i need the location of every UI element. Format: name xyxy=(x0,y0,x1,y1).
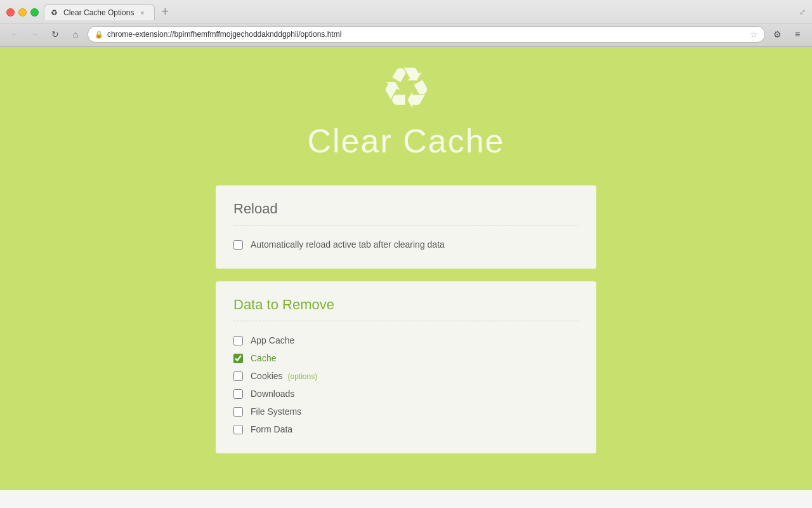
app-cache-checkbox[interactable] xyxy=(233,336,243,345)
reload-checkbox-row: Automatically reload active tab after cl… xyxy=(233,236,579,253)
extensions-button[interactable]: ⚙ xyxy=(769,26,785,43)
reload-checkbox[interactable] xyxy=(233,240,243,250)
browser-chrome: ♻ Clear Cache Options × + ⤢ ← → ↻ ⌂ 🔒 ☆ xyxy=(0,0,812,47)
home-icon: ⌂ xyxy=(73,29,78,39)
close-button[interactable] xyxy=(6,8,15,17)
list-item: App Cache xyxy=(233,331,579,349)
form-data-checkbox[interactable] xyxy=(233,425,243,434)
app-header: ♻ Clear Cache xyxy=(307,72,504,160)
reload-button[interactable]: ↻ xyxy=(47,26,63,43)
page-content: ♻ Clear Cache Reload Automatically reloa… xyxy=(0,47,812,490)
tab-favicon-icon: ♻ xyxy=(51,8,60,17)
cookies-options-link[interactable]: (options) xyxy=(287,372,317,381)
bookmark-star-icon[interactable]: ☆ xyxy=(750,29,758,39)
downloads-checkbox[interactable] xyxy=(233,389,243,399)
list-item: Downloads xyxy=(233,385,579,403)
url-input[interactable] xyxy=(107,30,746,39)
active-tab[interactable]: ♻ Clear Cache Options × xyxy=(44,4,155,20)
back-button[interactable]: ← xyxy=(6,26,23,43)
reload-card: Reload Automatically reload active tab a… xyxy=(216,185,596,269)
cache-checkbox[interactable] xyxy=(233,354,243,363)
back-icon: ← xyxy=(10,29,19,39)
new-tab-button[interactable]: + xyxy=(157,4,173,19)
cookies-checkbox[interactable] xyxy=(233,371,243,381)
reload-checkbox-label[interactable]: Automatically reload active tab after cl… xyxy=(251,239,445,250)
window-expand-icon: ⤢ xyxy=(799,8,806,17)
list-item: File Systems xyxy=(233,403,579,420)
list-item: Cookies (options) xyxy=(233,367,579,385)
reload-card-title: Reload xyxy=(233,201,579,225)
tab-close-button[interactable]: × xyxy=(138,8,147,17)
menu-button[interactable]: ≡ xyxy=(789,26,806,43)
minimize-button[interactable] xyxy=(18,8,27,17)
list-item: Cache xyxy=(233,349,579,367)
tab-bar: ♻ Clear Cache Options × + xyxy=(44,4,794,20)
title-bar: ♻ Clear Cache Options × + ⤢ xyxy=(0,0,812,23)
tab-title: Clear Cache Options xyxy=(63,8,134,17)
window-controls xyxy=(6,8,39,17)
recycle-symbol: ♻ xyxy=(381,60,432,117)
home-button[interactable]: ⌂ xyxy=(67,26,84,43)
list-item: Form Data xyxy=(233,420,579,438)
data-section-title: Data to Remove xyxy=(233,297,579,321)
cookies-label[interactable]: Cookies (options) xyxy=(251,371,317,381)
file-systems-checkbox[interactable] xyxy=(233,407,243,417)
form-data-label[interactable]: Form Data xyxy=(251,424,292,434)
reload-icon: ↻ xyxy=(51,29,59,39)
menu-icon: ≡ xyxy=(795,29,800,39)
app-cache-label[interactable]: App Cache xyxy=(251,335,294,345)
extensions-icon: ⚙ xyxy=(773,29,782,39)
forward-button[interactable]: → xyxy=(27,26,43,43)
file-systems-label[interactable]: File Systems xyxy=(251,406,301,417)
forward-icon: → xyxy=(30,29,39,39)
app-title: Clear Cache xyxy=(307,122,504,160)
maximize-button[interactable] xyxy=(30,8,39,17)
cache-label[interactable]: Cache xyxy=(251,353,276,363)
security-icon: 🔒 xyxy=(95,30,103,39)
address-bar[interactable]: 🔒 ☆ xyxy=(88,26,765,43)
data-to-remove-card: Data to Remove App Cache Cache Cookies (… xyxy=(216,281,596,453)
downloads-label[interactable]: Downloads xyxy=(251,389,294,399)
address-bar-row: ← → ↻ ⌂ 🔒 ☆ ⚙ ≡ xyxy=(0,23,812,46)
